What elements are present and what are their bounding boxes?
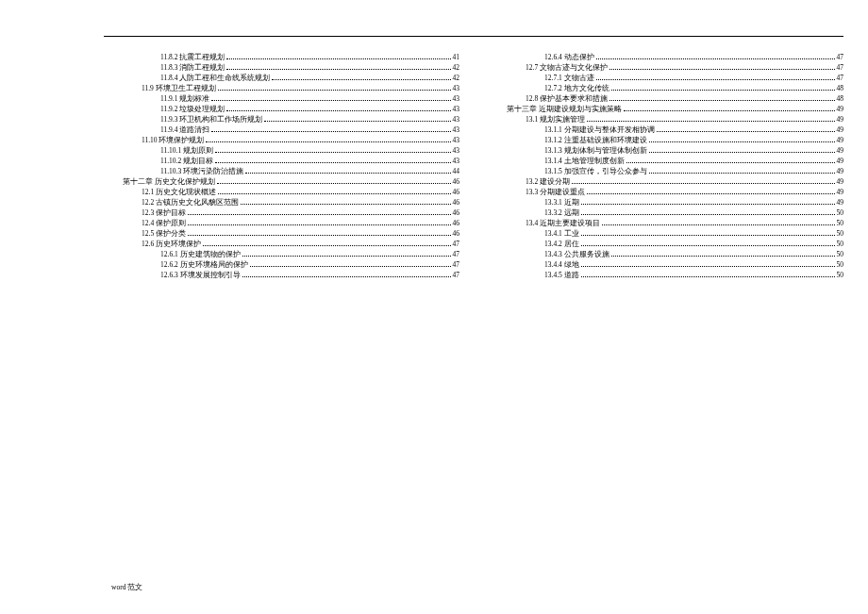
toc-entry-label: 12.8 保护基本要求和措施 xyxy=(526,93,608,104)
toc-entry-page: 49 xyxy=(837,197,844,207)
toc-leader-dots xyxy=(215,162,450,163)
toc-leader-dots xyxy=(602,224,835,225)
toc-entry-page: 49 xyxy=(837,135,844,145)
toc-entry-page: 49 xyxy=(837,187,844,197)
toc-entry-label: 11.8.2 抗震工程规划 xyxy=(160,52,225,62)
toc-entry-page: 46 xyxy=(453,176,460,187)
toc-leader-dots xyxy=(211,131,450,132)
toc-entry: 11.10.3 环境污染防治措施44 xyxy=(104,166,459,176)
toc-entry: 11.10.2 规划目标43 xyxy=(104,156,459,166)
toc-entry-page: 50 xyxy=(837,239,844,249)
toc-entry-label: 12.2 古镇历史文化风貌区范围 xyxy=(142,197,239,207)
toc-entry: 13.1.5 加强宣传，引导公众参与49 xyxy=(488,166,843,176)
toc-entry: 11.10.1 规划原则43 xyxy=(104,145,459,156)
toc-entry: 11.9.2 垃圾处理规划43 xyxy=(104,104,459,114)
toc-entry-label: 13.4.3 公共服务设施 xyxy=(544,249,609,259)
toc-entry-label: 12.7.2 地方文化传统 xyxy=(544,83,609,93)
toc-entry-label: 13.4.1 工业 xyxy=(544,228,579,239)
toc-entry-label: 12.6.1 历史建筑物的保护 xyxy=(160,249,241,259)
toc-entry-label: 13.3.2 远期 xyxy=(544,207,579,218)
toc-entry: 13.1 规划实施管理49 xyxy=(488,114,843,124)
toc-leader-dots xyxy=(188,235,451,236)
toc-leader-dots xyxy=(581,235,835,236)
toc-entry-page: 50 xyxy=(837,249,844,259)
toc-entry-page: 49 xyxy=(837,145,844,156)
toc-entry-label: 第十二章 历史文化保护规划 xyxy=(123,176,215,187)
toc-leader-dots xyxy=(217,183,451,184)
toc-entry-page: 42 xyxy=(453,62,460,73)
toc-entry-page: 43 xyxy=(453,124,460,135)
toc-entry: 13.4.4 绿地50 xyxy=(488,259,843,270)
toc-entry-page: 43 xyxy=(453,145,460,156)
toc-entry-page: 47 xyxy=(453,239,460,249)
toc-entry-page: 47 xyxy=(453,259,460,270)
toc-leader-dots xyxy=(242,276,451,277)
toc-entry: 12.8 保护基本要求和措施48 xyxy=(488,93,843,104)
toc-entry: 第十二章 历史文化保护规划46 xyxy=(104,176,459,187)
toc-entry-label: 12.7.1 文物古迹 xyxy=(544,73,594,83)
toc-entry-label: 11.10.2 规划目标 xyxy=(160,156,213,166)
toc-entry-page: 49 xyxy=(837,176,844,187)
toc-entry: 13.1.3 规划体制与管理体制创新49 xyxy=(488,145,843,156)
toc-leader-dots xyxy=(241,204,451,205)
toc-entry-label: 11.9.3 环卫机构和工作场所规划 xyxy=(160,114,262,124)
toc-leader-dots xyxy=(596,58,835,59)
toc-entry: 12.7 文物古迹与文化保护47 xyxy=(488,62,843,73)
toc-entry-label: 11.9.1 规划标准 xyxy=(160,93,209,104)
toc-entry: 第十三章 近期建设规划与实施策略49 xyxy=(488,104,843,114)
toc-leader-dots xyxy=(572,183,835,184)
toc-leader-dots xyxy=(609,69,835,70)
toc-leader-dots xyxy=(218,193,451,194)
toc-leader-dots xyxy=(188,224,451,225)
toc-columns: 11.8.2 抗震工程规划4111.8.3 消防工程规划4211.8.4 人防工… xyxy=(104,52,843,280)
toc-entry-page: 46 xyxy=(453,197,460,207)
toc-entry-page: 47 xyxy=(453,249,460,259)
toc-entry-page: 49 xyxy=(837,124,844,135)
toc-entry-label: 13.3.1 近期 xyxy=(544,197,579,207)
toc-leader-dots xyxy=(611,90,835,91)
toc-leader-dots xyxy=(649,152,835,153)
toc-leader-dots xyxy=(611,256,835,257)
toc-leader-dots xyxy=(581,245,835,246)
toc-leader-dots xyxy=(188,214,451,215)
toc-leader-dots xyxy=(250,266,451,267)
toc-entry: 11.8.2 抗震工程规划41 xyxy=(104,52,459,62)
toc-leader-dots xyxy=(596,79,835,80)
toc-leader-dots xyxy=(203,245,451,246)
toc-leader-dots xyxy=(206,141,450,142)
toc-leader-dots xyxy=(587,121,835,122)
toc-entry: 12.3 保护目标46 xyxy=(104,207,459,218)
toc-entry: 11.9.3 环卫机构和工作场所规划43 xyxy=(104,114,459,124)
toc-leader-dots xyxy=(626,162,835,163)
toc-entry-label: 12.6 历史环境保护 xyxy=(142,239,201,249)
toc-entry-page: 47 xyxy=(837,73,844,83)
toc-entry: 12.6.2 历史环境格局的保护47 xyxy=(104,259,459,270)
toc-entry: 12.6 历史环境保护47 xyxy=(104,239,459,249)
toc-entry-label: 13.1 规划实施管理 xyxy=(526,114,585,124)
toc-entry: 13.1.1 分期建设与整体开发相协调49 xyxy=(488,124,843,135)
toc-leader-dots xyxy=(624,110,835,111)
toc-leader-dots xyxy=(272,79,450,80)
toc-entry-page: 44 xyxy=(453,166,460,176)
toc-leader-dots xyxy=(581,204,835,205)
toc-entry: 11.9.4 道路清扫43 xyxy=(104,124,459,135)
toc-entry-page: 43 xyxy=(453,135,460,145)
toc-entry-label: 12.1 历史文化现状概述 xyxy=(142,187,216,197)
toc-entry-page: 41 xyxy=(453,52,460,62)
toc-entry-page: 43 xyxy=(453,156,460,166)
top-rule xyxy=(104,36,843,37)
toc-entry-page: 50 xyxy=(837,270,844,280)
toc-entry-label: 12.7 文物古迹与文化保护 xyxy=(526,62,608,73)
toc-leader-dots xyxy=(581,266,835,267)
toc-entry-page: 50 xyxy=(837,259,844,270)
toc-entry-page: 48 xyxy=(837,93,844,104)
toc-entry: 13.3 分期建设重点49 xyxy=(488,187,843,197)
toc-leader-dots xyxy=(657,131,835,132)
toc-entry-page: 50 xyxy=(837,207,844,218)
toc-entry-page: 42 xyxy=(453,73,460,83)
toc-entry-label: 12.5 保护分类 xyxy=(142,228,186,239)
toc-entry-page: 50 xyxy=(837,218,844,228)
toc-entry-page: 43 xyxy=(453,104,460,114)
toc-entry: 13.4.3 公共服务设施50 xyxy=(488,249,843,259)
toc-leader-dots xyxy=(649,141,835,142)
